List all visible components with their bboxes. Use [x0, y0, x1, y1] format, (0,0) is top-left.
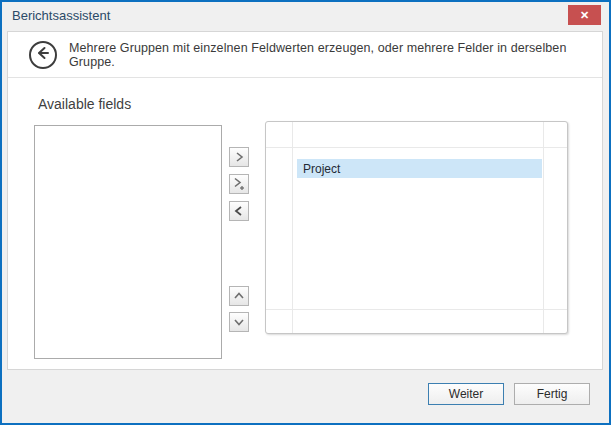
add-field-button[interactable] — [229, 147, 249, 167]
add-field-to-group-button[interactable] — [229, 174, 249, 194]
chevron-down-icon — [233, 316, 245, 328]
table-footer-divider — [266, 309, 567, 310]
chevron-up-icon — [233, 290, 245, 302]
close-button[interactable]: ✕ — [568, 5, 601, 25]
wizard-description: Mehrere Gruppen mit einzelnen Feldwerten… — [69, 32, 602, 77]
chevron-left-icon — [233, 205, 245, 217]
window-title: Berichtsassistent — [12, 2, 110, 29]
available-fields-list[interactable] — [34, 125, 222, 359]
move-up-button[interactable] — [229, 286, 249, 306]
table-column-divider-right — [543, 122, 544, 333]
group-row-project[interactable]: Project — [297, 159, 542, 178]
report-wizard-dialog: Berichtsassistent ✕ Mehrere Gruppen mit … — [0, 0, 611, 425]
remove-field-button[interactable] — [229, 201, 249, 221]
next-button[interactable]: Weiter — [428, 383, 504, 405]
move-down-button[interactable] — [229, 312, 249, 332]
chevron-right-icon — [233, 151, 245, 163]
title-bar[interactable]: Berichtsassistent ✕ — [2, 2, 609, 29]
chevron-right-plus-icon — [232, 177, 246, 191]
back-button[interactable] — [29, 41, 57, 69]
wizard-content-panel: Mehrere Gruppen mit einzelnen Feldwerten… — [7, 31, 603, 370]
wizard-header: Mehrere Gruppen mit einzelnen Feldwerten… — [8, 32, 602, 78]
close-icon: ✕ — [580, 9, 589, 21]
left-arrow-icon — [34, 44, 52, 66]
table-header-divider — [266, 147, 567, 148]
available-fields-label: Available fields — [38, 96, 131, 112]
finish-button[interactable]: Fertig — [514, 383, 590, 405]
table-column-divider-left — [292, 122, 293, 333]
groups-table[interactable]: Project — [265, 121, 568, 334]
